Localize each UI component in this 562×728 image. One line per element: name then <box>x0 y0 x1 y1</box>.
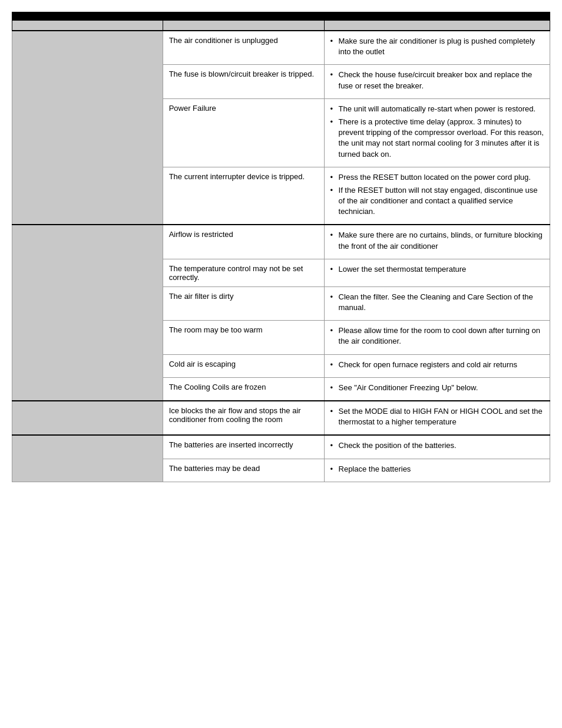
remedy-cell: Make sure there are no curtains, blinds,… <box>324 225 550 259</box>
remedy-item: Set the MODE dial to HIGH FAN or HIGH CO… <box>330 406 544 427</box>
remedy-item: If the RESET button will not stay engage… <box>330 185 544 218</box>
header-col2 <box>163 21 324 31</box>
remedy-item: There is a protective time delay (approx… <box>330 117 544 160</box>
cause-cell: The batteries may be dead <box>163 459 324 482</box>
group-label-cell <box>12 435 163 482</box>
table-row: The batteries are inserted incorrectlyCh… <box>12 435 550 459</box>
remedy-item: The unit will automatically re-start whe… <box>330 104 544 114</box>
black-bar <box>12 12 550 20</box>
remedy-cell: Replace the batteries <box>324 459 550 482</box>
remedy-item: Check for open furnace registers and col… <box>330 360 544 370</box>
cause-cell: The current interrupter device is trippe… <box>163 167 324 225</box>
cause-cell: The air conditioner is unplugged <box>163 31 324 65</box>
cause-cell: The fuse is blown/circuit breaker is tri… <box>163 65 324 98</box>
remedy-item: Check the house fuse/circuit breaker box… <box>330 70 544 91</box>
remedy-item: Replace the batteries <box>330 464 544 475</box>
remedy-cell: Check for open furnace registers and col… <box>324 354 550 377</box>
cause-cell: Power Failure <box>163 98 324 167</box>
remedy-item: Lower the set thermostat temperature <box>330 264 544 275</box>
remedy-item: Check the position of the batteries. <box>330 440 544 451</box>
remedy-item: Press the RESET button located on the po… <box>330 172 544 183</box>
table-row: Ice blocks the air flow and stops the ai… <box>12 401 550 435</box>
table-row: The air conditioner is unpluggedMake sur… <box>12 31 550 65</box>
group-label-cell <box>12 225 163 401</box>
remedy-cell: The unit will automatically re-start whe… <box>324 98 550 167</box>
remedy-cell: Press the RESET button located on the po… <box>324 167 550 225</box>
remedy-cell: Lower the set thermostat temperature <box>324 259 550 286</box>
remedy-item: Clean the filter. See the Cleaning and C… <box>330 292 544 313</box>
cause-cell: The room may be too warm <box>163 321 324 354</box>
remedy-cell: Make sure the air conditioner is plug is… <box>324 31 550 65</box>
cause-cell: Ice blocks the air flow and stops the ai… <box>163 401 324 435</box>
group-label-cell <box>12 401 163 435</box>
cause-cell: The air filter is dirty <box>163 286 324 320</box>
troubleshooting-table: The air conditioner is unpluggedMake sur… <box>12 20 550 482</box>
remedy-cell: Check the position of the batteries. <box>324 435 550 459</box>
remedy-item: Make sure the air conditioner is plug is… <box>330 36 544 57</box>
remedy-cell: See "Air Conditioner Freezing Up" below. <box>324 377 550 401</box>
cause-cell: The temperature control may not be set c… <box>163 259 324 286</box>
table-row: Airflow is restrictedMake sure there are… <box>12 225 550 259</box>
table-header-row <box>12 21 550 31</box>
group-label-cell <box>12 31 163 225</box>
cause-cell: The Cooling Coils are frozen <box>163 377 324 401</box>
remedy-cell: Clean the filter. See the Cleaning and C… <box>324 286 550 320</box>
cause-cell: Airflow is restricted <box>163 225 324 259</box>
cause-cell: The batteries are inserted incorrectly <box>163 435 324 459</box>
remedy-cell: Check the house fuse/circuit breaker box… <box>324 65 550 98</box>
remedy-item: Make sure there are no curtains, blinds,… <box>330 230 544 251</box>
cause-cell: Cold air is escaping <box>163 354 324 377</box>
remedy-cell: Please allow time for the room to cool d… <box>324 321 550 354</box>
remedy-item: See "Air Conditioner Freezing Up" below. <box>330 383 544 393</box>
remedy-item: Please allow time for the room to cool d… <box>330 325 544 347</box>
page-container: The air conditioner is unpluggedMake sur… <box>12 12 550 482</box>
remedy-cell: Set the MODE dial to HIGH FAN or HIGH CO… <box>324 401 550 435</box>
header-col1 <box>12 21 163 31</box>
header-col3 <box>324 21 550 31</box>
